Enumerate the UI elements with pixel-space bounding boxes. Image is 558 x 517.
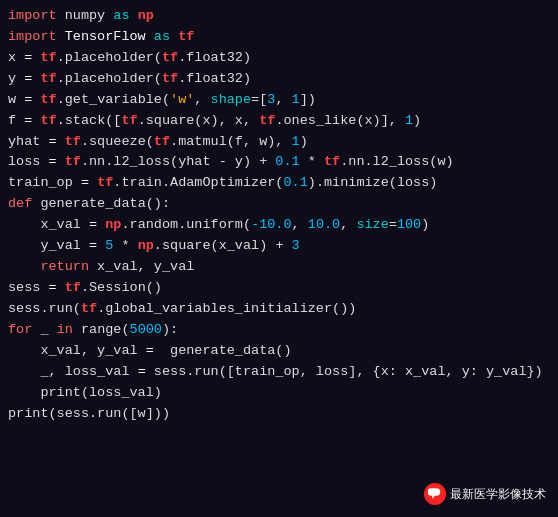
code-line: print(sess.run([w])) [8,404,550,425]
code-line: x = tf.placeholder(tf.float32) [8,48,550,69]
code-line: import TensorFlow as tf [8,27,550,48]
code-content: import numpy as npimport TensorFlow as t… [8,6,550,424]
code-line: x_val = np.random.uniform(-10.0, 10.0, s… [8,215,550,236]
code-line: y_val = 5 * np.square(x_val) + 3 [8,236,550,257]
code-line: x_val, y_val = generate_data() [8,341,550,362]
code-line: for _ in range(5000): [8,320,550,341]
code-line: _, loss_val = sess.run([train_op, loss],… [8,362,550,383]
code-line: yhat = tf.squeeze(tf.matmul(f, w), 1) [8,132,550,153]
code-editor: import numpy as npimport TensorFlow as t… [0,0,558,517]
watermark-icon [424,483,446,505]
code-line: sess = tf.Session() [8,278,550,299]
code-line: return x_val, y_val [8,257,550,278]
code-line: f = tf.stack([tf.square(x), x, tf.ones_l… [8,111,550,132]
watermark: 最新医学影像技术 [424,483,546,505]
code-line: train_op = tf.train.AdamOptimizer(0.1).m… [8,173,550,194]
watermark-label: 最新医学影像技术 [450,485,546,504]
code-line: loss = tf.nn.l2_loss(yhat - y) + 0.1 * t… [8,152,550,173]
code-line: print(loss_val) [8,383,550,404]
code-line: def generate_data(): [8,194,550,215]
code-line: sess.run(tf.global_variables_initializer… [8,299,550,320]
code-line: w = tf.get_variable('w', shape=[3, 1]) [8,90,550,111]
code-line: y = tf.placeholder(tf.float32) [8,69,550,90]
code-line: import numpy as np [8,6,550,27]
